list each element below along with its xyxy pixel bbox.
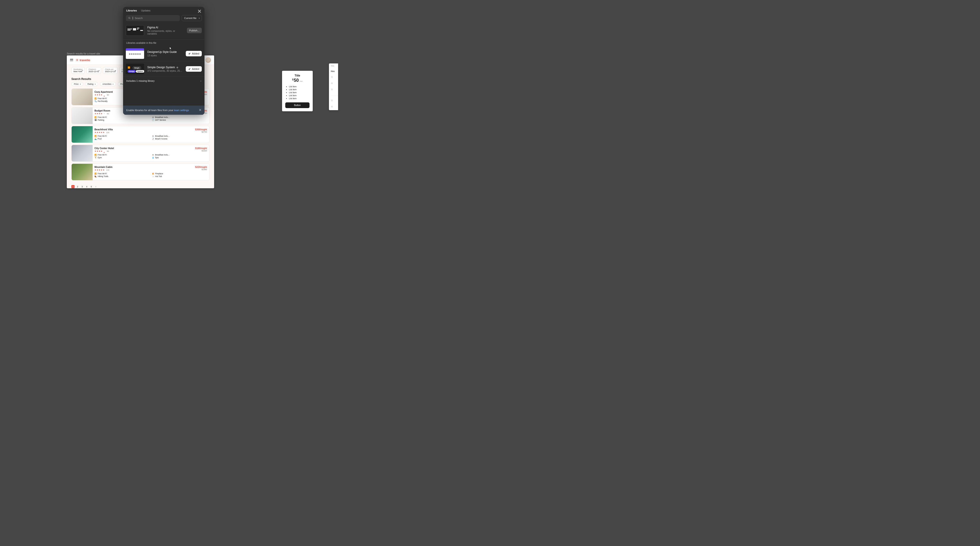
amenity: ♨Hot Tub xyxy=(152,175,207,177)
library-thumbnail: 🟧 Simple Design System xyxy=(126,64,144,74)
star-icon: ☆ xyxy=(331,82,338,85)
amenity: 🅿Parking xyxy=(94,119,150,121)
amenity-icon: 📶 xyxy=(94,154,97,156)
added-button[interactable]: Added xyxy=(186,66,202,72)
tab-libraries[interactable]: Libraries xyxy=(126,9,137,13)
artboard-reviews-clipped[interactable]: Hea Hea ☆ ☆ ☆ ☆ ☆ xyxy=(329,64,338,110)
amenity-label: Spa xyxy=(155,156,159,159)
menu-icon[interactable] xyxy=(70,59,73,61)
page-next[interactable] xyxy=(94,185,97,188)
pricing-currency: $ xyxy=(292,78,293,81)
amenity-label: Beach Access xyxy=(155,138,167,140)
amenity-label: Pet-friendly xyxy=(98,100,108,102)
amenity-label: Fireplace xyxy=(155,172,163,175)
star-icon: ☆ xyxy=(331,105,338,108)
library-thumbnail xyxy=(126,48,144,59)
result-name: City Center Hotel xyxy=(94,147,114,150)
result-rating: ★★★★90 xyxy=(94,150,114,152)
check-icon xyxy=(188,53,191,55)
chip-value: 2023-12-01 xyxy=(89,70,99,73)
libraries-section-header: Libraries available in this file xyxy=(123,39,205,46)
search-field[interactable] xyxy=(126,15,180,21)
result-name: Mountain Cabin xyxy=(94,166,113,168)
amenity-label: Pool xyxy=(98,138,102,140)
amenity-icon: 📶 xyxy=(94,117,97,118)
chip-label: Check-out xyxy=(105,68,116,70)
amenity-label: Free Wi-Fi xyxy=(98,135,107,137)
search-input[interactable] xyxy=(135,17,178,19)
missing-libraries-row[interactable]: Includes 1 missing library › xyxy=(123,77,205,85)
amenity-icon: ☕ xyxy=(152,135,154,137)
sun-icon xyxy=(75,58,79,62)
filter-pill[interactable]: Amenities xyxy=(100,82,116,86)
scope-select[interactable]: Current file xyxy=(181,15,202,21)
page-number[interactable]: 1 xyxy=(72,185,75,188)
avatar[interactable] xyxy=(205,57,211,63)
page-number[interactable]: 3 xyxy=(81,185,84,188)
added-button[interactable]: Added xyxy=(186,51,202,56)
amenity-label: Hiking Trails xyxy=(98,175,108,177)
result-card[interactable]: City Center Hotel ★★★★90 $180/night $162… xyxy=(72,145,210,162)
chip-checkout[interactable]: Check-out 2023-12-10 xyxy=(103,67,118,74)
page-number[interactable]: 5 xyxy=(90,185,93,188)
star-icon: ☆ xyxy=(331,75,338,78)
added-label: Added xyxy=(192,52,199,55)
chip-destination[interactable]: Destination New York xyxy=(72,67,84,74)
amenity-icon: 🏖 xyxy=(152,138,154,140)
page-number[interactable]: 4 xyxy=(85,185,88,188)
amenity: 🔥Fireplace xyxy=(152,172,207,175)
check-icon xyxy=(188,68,191,70)
chip-label: Destination xyxy=(73,68,83,70)
result-thumbnail xyxy=(72,89,93,105)
artboard-pricing-card[interactable]: Title $ 50 / mo List itemList itemList i… xyxy=(282,71,313,111)
amenity-icon: 🐾 xyxy=(94,100,97,102)
list-item: List item xyxy=(289,91,310,94)
result-card[interactable]: Mountain Cabin ★★★★★110 $220/night $1980… xyxy=(72,163,210,180)
amenity: 🏖Beach Access xyxy=(152,138,207,140)
amenity-label: Breakfast inclu... xyxy=(155,135,170,137)
result-rating: ★★★★★120 xyxy=(94,131,113,134)
libraries-dialog: Libraries Updates Current file xyxy=(123,7,205,115)
pricing-button[interactable]: Button xyxy=(285,102,310,108)
filter-pill[interactable]: Price xyxy=(72,82,83,86)
result-price: $180/night xyxy=(195,147,207,150)
filter-pill[interactable]: Rating xyxy=(85,82,98,86)
result-thumbnail xyxy=(72,145,93,161)
chip-checkin[interactable]: Check-in 2023-12-01 xyxy=(86,67,101,74)
amenity-icon: ☕ xyxy=(152,117,154,118)
globe-icon: ⊕ xyxy=(177,66,178,69)
close-button[interactable] xyxy=(198,10,201,13)
brand-logo[interactable]: travelio xyxy=(75,58,90,62)
amenity-label: Parking xyxy=(98,119,104,121)
amenity: 🏊Pool xyxy=(94,138,150,140)
amenity-label: Breakfast inclu... xyxy=(155,116,170,118)
amenity-icon: 📶 xyxy=(94,173,97,175)
rating-count: 90 xyxy=(107,150,109,152)
dismiss-banner-button[interactable] xyxy=(199,109,201,112)
publish-button[interactable]: Publish... xyxy=(187,28,202,33)
amenity: 📶Free Wi-Fi xyxy=(94,135,150,137)
result-price: $220/night xyxy=(195,166,207,168)
amenities: 📶Free Wi-Fi☕Breakfast inclu...🅿Parking🕘2… xyxy=(94,116,207,121)
library-row[interactable]: 🟧 Simple Design System Simple Design Sys… xyxy=(123,61,205,77)
library-row[interactable]: DesignerUp Style Guide 13 styles Added xyxy=(123,46,205,61)
result-card[interactable]: Beachfront Villa ★★★★★120 $300/night $27… xyxy=(72,126,210,143)
result-price: $300/night xyxy=(195,128,207,131)
result-rating: ★★★★★110 xyxy=(94,169,113,171)
svg-point-0 xyxy=(76,59,78,61)
list-item: List item xyxy=(289,88,310,91)
current-file-name: Figma AI xyxy=(147,26,184,29)
team-settings-link[interactable]: team settings xyxy=(174,109,189,112)
amenity: 🥾Hiking Trails xyxy=(94,175,150,177)
amenity: 💧Spa xyxy=(152,156,207,159)
library-sub: 13 styles xyxy=(147,54,183,57)
amenity-icon: 🕘 xyxy=(152,119,154,121)
amenities: 📶Free Wi-Fi☕Breakfast inclu...🏋Gym💧Spa xyxy=(94,154,207,159)
result-name: Cozy Apartment xyxy=(94,91,113,93)
pagination: 12345 xyxy=(67,183,214,188)
rating-count: 120 xyxy=(106,131,109,134)
amenity-label: Hot Tub xyxy=(155,175,162,177)
page-number[interactable]: 2 xyxy=(76,185,79,188)
tab-updates[interactable]: Updates xyxy=(141,9,150,13)
amenity-label: Free Wi-Fi xyxy=(98,116,107,118)
